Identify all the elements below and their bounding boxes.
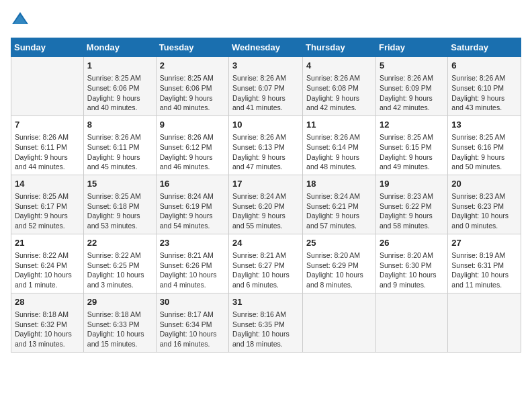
day-number: 10 — [232, 119, 299, 131]
day-cell: 7Sunrise: 8:26 AM Sunset: 6:11 PM Daylig… — [11, 116, 84, 175]
day-number: 23 — [160, 237, 225, 249]
week-row-3: 14Sunrise: 8:25 AM Sunset: 6:17 PM Dayli… — [11, 175, 521, 234]
col-header-sunday: Sunday — [11, 38, 84, 57]
day-info: Sunrise: 8:21 AM Sunset: 6:26 PM Dayligh… — [160, 250, 225, 290]
day-info: Sunrise: 8:25 AM Sunset: 6:17 PM Dayligh… — [15, 191, 80, 231]
day-info: Sunrise: 8:25 AM Sunset: 6:06 PM Dayligh… — [160, 73, 225, 113]
day-info: Sunrise: 8:26 AM Sunset: 6:07 PM Dayligh… — [232, 73, 299, 113]
day-info: Sunrise: 8:26 AM Sunset: 6:14 PM Dayligh… — [306, 132, 372, 172]
day-number: 19 — [380, 178, 444, 190]
page-header — [11, 11, 521, 30]
day-info: Sunrise: 8:18 AM Sunset: 6:33 PM Dayligh… — [87, 310, 152, 349]
logo — [11, 11, 32, 30]
day-info: Sunrise: 8:25 AM Sunset: 6:18 PM Dayligh… — [87, 191, 152, 231]
day-cell: 20Sunrise: 8:23 AM Sunset: 6:23 PM Dayli… — [448, 175, 521, 234]
day-info: Sunrise: 8:21 AM Sunset: 6:27 PM Dayligh… — [232, 250, 299, 290]
day-info: Sunrise: 8:23 AM Sunset: 6:23 PM Dayligh… — [451, 191, 517, 231]
day-cell: 15Sunrise: 8:25 AM Sunset: 6:18 PM Dayli… — [83, 175, 156, 234]
day-cell: 8Sunrise: 8:26 AM Sunset: 6:11 PM Daylig… — [83, 116, 156, 175]
day-number: 25 — [306, 237, 372, 249]
day-cell: 9Sunrise: 8:26 AM Sunset: 6:12 PM Daylig… — [156, 116, 228, 175]
day-cell: 14Sunrise: 8:25 AM Sunset: 6:17 PM Dayli… — [11, 175, 84, 234]
col-header-wednesday: Wednesday — [229, 38, 303, 57]
day-number: 6 — [451, 60, 517, 72]
day-info: Sunrise: 8:26 AM Sunset: 6:13 PM Dayligh… — [232, 132, 299, 172]
day-cell: 22Sunrise: 8:22 AM Sunset: 6:25 PM Dayli… — [83, 234, 156, 293]
day-number: 29 — [87, 296, 152, 308]
day-cell — [375, 293, 447, 352]
day-info: Sunrise: 8:16 AM Sunset: 6:35 PM Dayligh… — [232, 310, 299, 349]
day-cell: 3Sunrise: 8:26 AM Sunset: 6:07 PM Daylig… — [229, 57, 303, 116]
day-number: 21 — [15, 237, 80, 249]
day-number: 7 — [15, 119, 80, 131]
day-cell: 6Sunrise: 8:26 AM Sunset: 6:10 PM Daylig… — [448, 57, 521, 116]
day-info: Sunrise: 8:26 AM Sunset: 6:11 PM Dayligh… — [15, 132, 80, 172]
day-number: 20 — [451, 178, 517, 190]
day-info: Sunrise: 8:25 AM Sunset: 6:15 PM Dayligh… — [380, 132, 444, 172]
day-cell: 30Sunrise: 8:17 AM Sunset: 6:34 PM Dayli… — [156, 293, 228, 352]
day-info: Sunrise: 8:26 AM Sunset: 6:10 PM Dayligh… — [451, 73, 517, 113]
day-number: 8 — [87, 119, 152, 131]
day-number: 14 — [15, 178, 80, 190]
day-cell: 21Sunrise: 8:22 AM Sunset: 6:24 PM Dayli… — [11, 234, 84, 293]
day-number: 13 — [451, 119, 517, 131]
day-info: Sunrise: 8:24 AM Sunset: 6:21 PM Dayligh… — [306, 191, 372, 231]
day-number: 30 — [160, 296, 225, 308]
calendar-table: SundayMondayTuesdayWednesdayThursdayFrid… — [11, 38, 521, 353]
week-row-5: 28Sunrise: 8:18 AM Sunset: 6:32 PM Dayli… — [11, 293, 521, 352]
day-cell: 11Sunrise: 8:26 AM Sunset: 6:14 PM Dayli… — [303, 116, 376, 175]
day-number: 9 — [160, 119, 225, 131]
day-number: 12 — [380, 119, 444, 131]
day-info: Sunrise: 8:22 AM Sunset: 6:25 PM Dayligh… — [87, 250, 152, 290]
day-cell: 16Sunrise: 8:24 AM Sunset: 6:19 PM Dayli… — [156, 175, 228, 234]
day-info: Sunrise: 8:20 AM Sunset: 6:30 PM Dayligh… — [380, 250, 444, 290]
week-row-2: 7Sunrise: 8:26 AM Sunset: 6:11 PM Daylig… — [11, 116, 521, 175]
day-cell: 18Sunrise: 8:24 AM Sunset: 6:21 PM Dayli… — [303, 175, 376, 234]
day-info: Sunrise: 8:26 AM Sunset: 6:11 PM Dayligh… — [87, 132, 152, 172]
calendar-body: 1Sunrise: 8:25 AM Sunset: 6:06 PM Daylig… — [11, 57, 521, 353]
day-number: 18 — [306, 178, 372, 190]
day-cell: 13Sunrise: 8:25 AM Sunset: 6:16 PM Dayli… — [448, 116, 521, 175]
week-row-4: 21Sunrise: 8:22 AM Sunset: 6:24 PM Dayli… — [11, 234, 521, 293]
day-number: 26 — [380, 237, 444, 249]
day-info: Sunrise: 8:26 AM Sunset: 6:09 PM Dayligh… — [380, 73, 444, 113]
day-info: Sunrise: 8:20 AM Sunset: 6:29 PM Dayligh… — [306, 250, 372, 290]
day-cell: 31Sunrise: 8:16 AM Sunset: 6:35 PM Dayli… — [229, 293, 303, 352]
col-header-monday: Monday — [83, 38, 156, 57]
day-cell — [11, 57, 84, 116]
day-cell — [448, 293, 521, 352]
day-cell: 17Sunrise: 8:24 AM Sunset: 6:20 PM Dayli… — [229, 175, 303, 234]
col-header-saturday: Saturday — [448, 38, 521, 57]
logo-icon — [11, 11, 30, 30]
day-info: Sunrise: 8:24 AM Sunset: 6:19 PM Dayligh… — [160, 191, 225, 231]
day-cell: 4Sunrise: 8:26 AM Sunset: 6:08 PM Daylig… — [303, 57, 376, 116]
day-cell: 27Sunrise: 8:19 AM Sunset: 6:31 PM Dayli… — [448, 234, 521, 293]
day-info: Sunrise: 8:23 AM Sunset: 6:22 PM Dayligh… — [380, 191, 444, 231]
day-cell: 12Sunrise: 8:25 AM Sunset: 6:15 PM Dayli… — [375, 116, 447, 175]
day-number: 4 — [306, 60, 372, 72]
col-header-thursday: Thursday — [303, 38, 376, 57]
day-number: 27 — [451, 237, 517, 249]
day-info: Sunrise: 8:18 AM Sunset: 6:32 PM Dayligh… — [15, 310, 80, 349]
day-number: 15 — [87, 178, 152, 190]
day-number: 24 — [232, 237, 299, 249]
col-header-tuesday: Tuesday — [156, 38, 228, 57]
day-number: 2 — [160, 60, 225, 72]
day-cell: 2Sunrise: 8:25 AM Sunset: 6:06 PM Daylig… — [156, 57, 228, 116]
day-number: 28 — [15, 296, 80, 308]
day-cell: 24Sunrise: 8:21 AM Sunset: 6:27 PM Dayli… — [229, 234, 303, 293]
day-cell: 10Sunrise: 8:26 AM Sunset: 6:13 PM Dayli… — [229, 116, 303, 175]
day-cell: 25Sunrise: 8:20 AM Sunset: 6:29 PM Dayli… — [303, 234, 376, 293]
day-info: Sunrise: 8:22 AM Sunset: 6:24 PM Dayligh… — [15, 250, 80, 290]
day-cell: 28Sunrise: 8:18 AM Sunset: 6:32 PM Dayli… — [11, 293, 84, 352]
day-number: 22 — [87, 237, 152, 249]
day-info: Sunrise: 8:24 AM Sunset: 6:20 PM Dayligh… — [232, 191, 299, 231]
day-cell — [303, 293, 376, 352]
calendar-header: SundayMondayTuesdayWednesdayThursdayFrid… — [11, 38, 521, 57]
day-info: Sunrise: 8:26 AM Sunset: 6:12 PM Dayligh… — [160, 132, 225, 172]
col-header-friday: Friday — [375, 38, 447, 57]
day-info: Sunrise: 8:17 AM Sunset: 6:34 PM Dayligh… — [160, 310, 225, 349]
week-row-1: 1Sunrise: 8:25 AM Sunset: 6:06 PM Daylig… — [11, 57, 521, 116]
day-info: Sunrise: 8:26 AM Sunset: 6:08 PM Dayligh… — [306, 73, 372, 113]
day-number: 17 — [232, 178, 299, 190]
